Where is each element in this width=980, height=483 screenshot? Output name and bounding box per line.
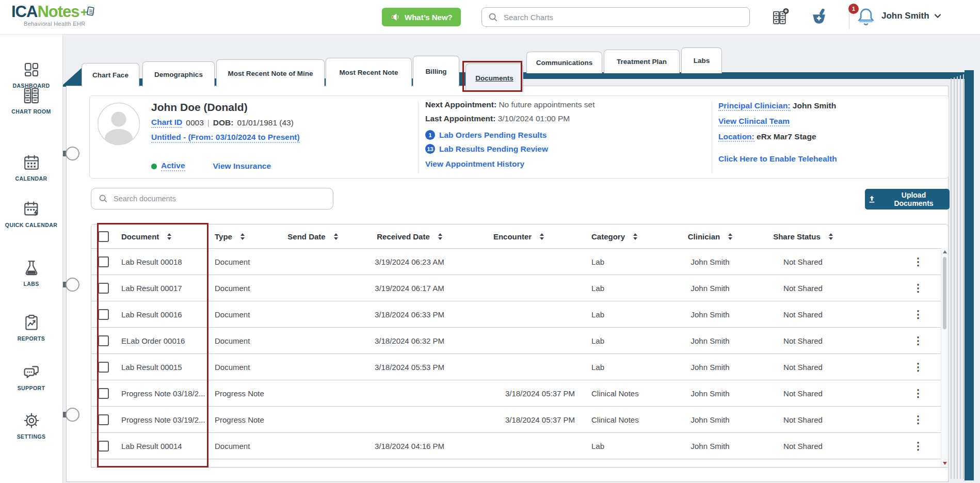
location-link[interactable]: Location:: [718, 132, 754, 142]
row-checkbox[interactable]: [98, 467, 109, 468]
cell-clinician: John Smith: [666, 442, 754, 450]
row-menu-kebab-icon[interactable]: ⋮: [913, 414, 923, 425]
tab-most-recent-note[interactable]: Most Recent Note: [326, 58, 412, 87]
icanotes-logo[interactable]: ICANotes + Behavioral Health EHR: [11, 4, 95, 27]
cell-received-date: 3/19/2024 06:23 AM: [357, 257, 462, 266]
sidebar-item-reports[interactable]: REPORTS: [0, 314, 62, 342]
cell-received-date: 3/18/2024 05:53 PM: [357, 363, 462, 372]
sidebar-item-label: CALENDAR: [12, 175, 50, 182]
chart-id-link[interactable]: Chart ID: [151, 118, 182, 128]
sidebar-item-label: SUPPORT: [14, 384, 49, 392]
lab-results-pending-link[interactable]: Lab Results Pending Review: [439, 144, 548, 154]
sidebar-item-support[interactable]: SUPPORT: [0, 363, 62, 392]
table-scrollbar[interactable]: [941, 248, 948, 467]
search-charts-input[interactable]: [503, 12, 743, 22]
sort-icon[interactable]: [829, 233, 833, 240]
sidebar-item-dashboard[interactable]: DASHBOARD: [0, 61, 62, 89]
row-checkbox[interactable]: [98, 441, 109, 452]
sort-icon[interactable]: [540, 233, 544, 240]
row-checkbox[interactable]: [98, 309, 109, 320]
search-documents-box: [91, 188, 333, 210]
scrollbar-thumb[interactable]: [943, 257, 946, 329]
row-menu-kebab-icon[interactable]: ⋮: [913, 362, 923, 372]
add-chart-cabinet-icon[interactable]: [771, 8, 790, 28]
sidebar-item-label: CHART ROOM: [8, 108, 54, 115]
logo-text-notes: Notes: [37, 4, 79, 20]
tab-label: Demographics: [154, 71, 203, 78]
sort-icon[interactable]: [633, 233, 637, 240]
view-insurance-link[interactable]: View Insurance: [213, 162, 271, 171]
whats-new-button[interactable]: What’s New?: [382, 8, 461, 26]
notifications-bell-icon[interactable]: 1: [856, 7, 876, 27]
upload-icon: [868, 196, 876, 203]
cell-clinician: John Smith: [666, 415, 754, 424]
sort-icon[interactable]: [167, 233, 171, 240]
lab-orders-pending-link[interactable]: Lab Orders Pending Results: [439, 131, 547, 140]
sort-icon[interactable]: [334, 233, 338, 240]
sidebar-item-calendar[interactable]: CALENDAR: [0, 154, 62, 182]
tab-most-recent-note-of-mine[interactable]: Most Recent Note of Mine: [216, 59, 325, 87]
pharmacy-icon[interactable]: [809, 7, 829, 29]
search-documents-input[interactable]: [113, 194, 326, 203]
row-checkbox[interactable]: [98, 414, 109, 425]
sort-icon[interactable]: [438, 233, 442, 240]
table-row: Progress Note 03/19/2...Progress Note3/1…: [91, 407, 948, 433]
sort-icon[interactable]: [728, 233, 732, 240]
episode-link[interactable]: Untitled - (From: 03/10/2024 to Present): [151, 133, 300, 143]
next-appointment-label: Next Appointment:: [425, 100, 496, 109]
row-menu-kebab-icon[interactable]: ⋮: [913, 335, 923, 346]
table-row: Lab Result 00015Document3/18/2024 05:53 …: [91, 354, 948, 380]
scroll-up-arrow-icon[interactable]: [941, 248, 948, 255]
cell-category: Lab: [576, 336, 666, 345]
tab-communications[interactable]: Communications: [526, 52, 602, 73]
sidebar-item-labs[interactable]: LABS: [0, 259, 62, 287]
cell-type: Document: [210, 442, 269, 450]
cell-share-status: Not Shared: [754, 310, 852, 319]
separator: |: [207, 118, 210, 127]
row-menu-kebab-icon[interactable]: ⋮: [913, 467, 923, 468]
select-all-checkbox[interactable]: [98, 231, 109, 242]
logo-text-ica: ICA: [11, 4, 37, 20]
row-menu-kebab-icon[interactable]: ⋮: [913, 309, 923, 319]
cell-type: Progress Note: [210, 415, 269, 424]
tab-labs[interactable]: Labs: [681, 47, 722, 73]
cell-document: Progress Note 03/18/2...: [115, 389, 210, 398]
row-menu-kebab-icon[interactable]: ⋮: [913, 441, 923, 451]
table-row: Lab Result 00016Document3/18/2024 06:33 …: [91, 301, 948, 328]
tab-documents[interactable]: Documents: [465, 63, 523, 92]
view-appointment-history-link[interactable]: View Appointment History: [425, 159, 524, 169]
row-menu-kebab-icon[interactable]: ⋮: [913, 388, 923, 398]
patient-name: John Doe (Donald): [151, 101, 300, 114]
view-clinical-team-link[interactable]: View Clinical Team: [718, 117, 790, 126]
enable-telehealth-link[interactable]: Click Here to Enable Telehealth: [718, 154, 837, 164]
table-row: Lab Result 00013Document3/18/2024 03:53 …: [91, 459, 948, 468]
row-checkbox[interactable]: [98, 362, 109, 373]
sidebar-item-quick-calendar[interactable]: QUICK CALENDAR: [0, 200, 62, 229]
folder-spine: [965, 70, 974, 480]
binder-clip-ring: [66, 147, 79, 160]
cell-type: Document: [210, 257, 269, 266]
location-value: eRx Mar7 Stage: [757, 132, 816, 141]
active-status-link[interactable]: Active: [161, 161, 185, 171]
row-checkbox[interactable]: [98, 388, 109, 399]
scroll-down-arrow-icon[interactable]: [941, 459, 948, 467]
row-checkbox[interactable]: [98, 335, 109, 346]
user-menu[interactable]: John Smith: [881, 11, 941, 21]
upload-documents-button[interactable]: Upload Documents: [865, 189, 950, 210]
tab-billing[interactable]: Billing: [413, 56, 459, 87]
sidebar-item-chart-room[interactable]: CHART ROOM: [0, 87, 62, 115]
row-menu-kebab-icon[interactable]: ⋮: [913, 256, 923, 267]
row-checkbox[interactable]: [98, 283, 109, 294]
tab-treatment-plan[interactable]: Treatment Plan: [604, 50, 680, 73]
table-row: Progress Note 03/18/2...Progress Note3/1…: [91, 380, 948, 407]
patient-summary-card: John Doe (Donald) Chart ID 0003 | DOB: 0…: [89, 95, 949, 179]
tab-chart-face[interactable]: Chart Face: [82, 63, 139, 87]
sort-icon[interactable]: [240, 233, 245, 240]
row-checkbox[interactable]: [98, 256, 109, 267]
principal-clinician-link[interactable]: Principal Clinician:: [718, 101, 791, 111]
tab-demographics[interactable]: Demographics: [142, 61, 215, 87]
cell-type: Document: [210, 310, 269, 319]
sidebar-item-settings[interactable]: SETTINGS: [0, 412, 62, 440]
row-menu-kebab-icon[interactable]: ⋮: [913, 283, 923, 293]
cell-type: Document: [210, 363, 269, 372]
